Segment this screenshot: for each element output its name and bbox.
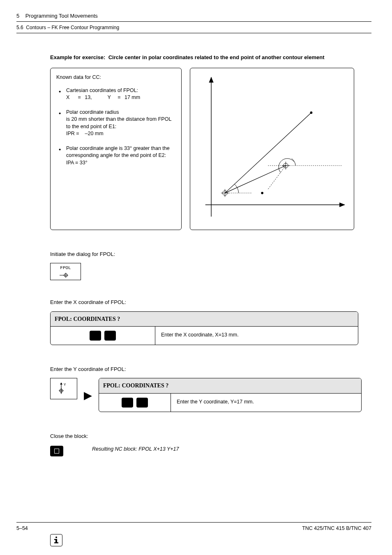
section-header: 5.6 Contours – FK Free Contour Programmi… — [16, 24, 371, 33]
bullet2-line1: Polar coordinate radius — [66, 109, 175, 116]
svg-point-13 — [261, 192, 263, 194]
y-label: Y — [108, 94, 111, 100]
prompt-desc: Enter the Y coordinate, Y=17 mm. — [171, 394, 361, 412]
x-label: X — [66, 94, 71, 101]
bullet3-ipa: IPA = 33° — [66, 159, 175, 167]
y-axis-softkey[interactable]: Y — [50, 378, 77, 399]
svg-line-14 — [268, 166, 286, 189]
prompt-table-y: FPOL: COORDINATES ? Enter the Y coordina… — [99, 378, 362, 412]
example-heading: Example for exercise: Circle center in p… — [50, 54, 371, 61]
digit-key[interactable] — [90, 331, 101, 341]
page-footer: 5–54 TNC 425/TNC 415 B/TNC 407 — [16, 522, 371, 532]
bullet1-line1: Cartesian coordinates of FPOL: — [66, 87, 175, 94]
known-data-item: Cartesian coordinates of FPOL: X = 13, Y… — [56, 87, 175, 101]
svg-line-12 — [225, 166, 286, 193]
eq: = — [118, 94, 120, 101]
svg-point-24 — [55, 537, 57, 538]
known-data-item: Polar coordinate angle is 33° greater th… — [56, 145, 175, 167]
fpol-key-text: FPOL — [60, 265, 71, 271]
digit-key[interactable] — [104, 331, 116, 341]
ipr-label: IPR = — [66, 131, 79, 136]
digit-key[interactable] — [122, 398, 133, 408]
example-label: Example for exercise: — [50, 54, 105, 60]
enter-x-label: Enter the X coordinate of FPOL: — [50, 299, 371, 306]
bullet3-line1: Polar coordinate angle is 33° greater th… — [66, 145, 175, 159]
y-val: 17 mm — [125, 94, 140, 100]
svg-line-5 — [225, 113, 311, 193]
geometry-diagram-icon — [194, 71, 350, 226]
svg-rect-26 — [54, 542, 58, 543]
svg-rect-27 — [54, 539, 57, 540]
chapter-num: 5 — [16, 13, 19, 19]
bullet1-coords: X = 13, Y = 17 mm — [66, 94, 175, 101]
initiate-label: Initiate the dialog for FPOL: — [50, 251, 371, 258]
numeric-keys — [51, 327, 155, 345]
chapter-header: 5 Programming Tool Movements — [16, 12, 371, 22]
section-title: Contours – FK Free Contour Programming — [26, 25, 119, 30]
example-title: Circle center in polar coordinates relat… — [108, 54, 325, 60]
arrow-right-icon: ▶ — [84, 385, 92, 406]
prompt-header: FPOL: COORDINATES ? — [99, 378, 361, 394]
eq: = — [78, 94, 81, 101]
fpol-softkey[interactable]: FPOL — [50, 263, 81, 280]
prompt-header: FPOL: COORDINATES ? — [51, 312, 358, 327]
page-number: 5–54 — [16, 525, 28, 532]
numeric-keys — [99, 394, 171, 412]
x-val: 13, — [85, 94, 92, 100]
known-data-box: Known data for CC: Cartesian coordinates… — [50, 68, 182, 230]
pole-crosshair-icon — [60, 272, 72, 279]
y-axis-pole-icon: Y — [55, 382, 72, 396]
known-data-title: Known data for CC: — [56, 74, 175, 81]
svg-point-6 — [310, 112, 313, 114]
bullet2-ipr: IPR = –20 mm — [66, 130, 175, 138]
digit-key[interactable] — [136, 398, 148, 408]
diagram-box — [190, 68, 354, 230]
end-key[interactable] — [50, 446, 63, 456]
chapter-title: Programming Tool Movements — [25, 13, 98, 19]
section-num: 5.6 — [16, 25, 23, 30]
bullet2-line2: is 20 mm shorter than the distance from … — [66, 116, 175, 130]
svg-text:Y: Y — [64, 383, 66, 387]
info-icon — [50, 534, 62, 546]
prompt-table-x: FPOL: COORDINATES ? Enter the X coordina… — [50, 311, 358, 345]
prompt-desc: Enter the X coordinate, X=13 mm. — [155, 327, 358, 345]
ipr-val: –20 mm — [85, 131, 104, 136]
close-label: Close the block: — [50, 433, 371, 440]
enter-y-label: Enter the Y coordinate of FPOL: — [50, 366, 371, 373]
resulting-block: Resulting NC block: FPOL X+13 Y+17 — [92, 446, 179, 453]
doc-model: TNC 425/TNC 415 B/TNC 407 — [302, 525, 371, 532]
known-data-item: Polar coordinate radius is 20 mm shorter… — [56, 109, 175, 138]
